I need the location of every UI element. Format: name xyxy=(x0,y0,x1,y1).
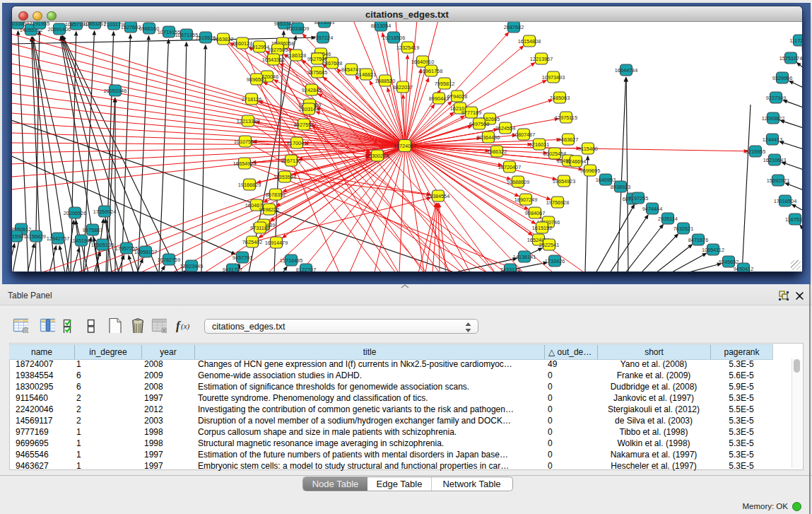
svg-text:16154808: 16154808 xyxy=(518,38,541,45)
svg-text:9197255: 9197255 xyxy=(628,195,648,201)
svg-text:16644784: 16644784 xyxy=(615,67,637,74)
svg-text:7663822: 7663822 xyxy=(213,36,233,42)
svg-text:15751074: 15751074 xyxy=(779,55,802,62)
svg-text:16914479: 16914479 xyxy=(265,240,288,246)
svg-text:10671355: 10671355 xyxy=(175,32,198,38)
svg-text:16543362: 16543362 xyxy=(262,57,285,63)
svg-text:1156829: 1156829 xyxy=(26,233,46,240)
svg-text:20364436: 20364436 xyxy=(477,134,500,141)
svg-text:7357224: 7357224 xyxy=(313,35,333,41)
svg-text:9329966: 9329966 xyxy=(772,75,792,81)
svg-text:9463627: 9463627 xyxy=(558,136,578,143)
svg-text:2935114: 2935114 xyxy=(658,216,678,222)
svg-text:7433125: 7433125 xyxy=(500,267,520,271)
svg-text:10853267: 10853267 xyxy=(83,22,106,27)
svg-text:12325419: 12325419 xyxy=(396,45,419,51)
svg-text:1733426: 1733426 xyxy=(545,258,565,264)
svg-text:9246694: 9246694 xyxy=(566,158,586,165)
svg-text:3915901: 3915901 xyxy=(12,233,26,240)
svg-text:9699695: 9699695 xyxy=(580,168,600,174)
svg-text:1527602: 1527602 xyxy=(121,24,141,30)
svg-text:12942757: 12942757 xyxy=(47,235,69,242)
svg-text:16640910: 16640910 xyxy=(411,59,434,65)
svg-text:19218506: 19218506 xyxy=(382,35,405,41)
svg-text:6216031: 6216031 xyxy=(529,141,549,148)
svg-text:1167533: 1167533 xyxy=(785,216,802,223)
svg-text:25300275: 25300275 xyxy=(366,153,389,159)
svg-text:7191955: 7191955 xyxy=(30,22,49,27)
svg-text:12975115: 12975115 xyxy=(555,115,577,121)
svg-text:9084067: 9084067 xyxy=(525,210,545,216)
svg-text:2718126: 2718126 xyxy=(242,96,261,103)
svg-text:10107552: 10107552 xyxy=(234,139,257,145)
svg-text:10807487: 10807487 xyxy=(512,132,535,138)
svg-text:9146821: 9146821 xyxy=(356,71,376,78)
svg-text:12213967: 12213967 xyxy=(530,56,553,62)
svg-text:2867608: 2867608 xyxy=(322,60,342,66)
svg-text:19756928: 19756928 xyxy=(546,199,569,206)
svg-text:8122707: 8122707 xyxy=(296,267,316,271)
svg-text:15716485: 15716485 xyxy=(280,257,302,264)
svg-text:2087682: 2087682 xyxy=(504,24,524,30)
svg-text:12093822: 12093822 xyxy=(762,115,784,122)
svg-text:9431707: 9431707 xyxy=(223,267,242,271)
svg-text:9457791: 9457791 xyxy=(233,255,252,261)
svg-text:7986322: 7986322 xyxy=(487,148,507,155)
svg-text:3624554: 3624554 xyxy=(495,125,515,132)
svg-text:1615152: 1615152 xyxy=(532,225,552,231)
svg-text:1117205: 1117205 xyxy=(789,37,802,44)
svg-text:8215955: 8215955 xyxy=(746,148,765,155)
svg-text:9474444: 9474444 xyxy=(642,206,662,212)
svg-text:19384554: 19384554 xyxy=(427,193,449,199)
svg-text:8170041: 8170041 xyxy=(287,140,307,146)
svg-text:1640953: 1640953 xyxy=(596,177,616,183)
svg-text:18907249: 18907249 xyxy=(514,197,537,203)
svg-text:15720407: 15720407 xyxy=(498,164,521,170)
svg-text:16210643: 16210643 xyxy=(763,157,786,163)
svg-text:9450412: 9450412 xyxy=(734,266,753,271)
svg-text:8267130: 8267130 xyxy=(281,158,301,164)
svg-text:10958107: 10958107 xyxy=(134,249,157,255)
svg-text:3875685: 3875685 xyxy=(307,69,327,76)
svg-text:9896501: 9896501 xyxy=(247,76,266,83)
svg-text:6966160: 6966160 xyxy=(139,25,159,32)
svg-text:9777169: 9777169 xyxy=(461,110,481,116)
svg-text:10654112: 10654112 xyxy=(702,247,724,253)
svg-text:2522541: 2522541 xyxy=(539,242,559,248)
svg-text:6794028: 6794028 xyxy=(447,93,467,100)
svg-text:9115460: 9115460 xyxy=(578,146,598,152)
svg-text:9498222: 9498222 xyxy=(259,206,279,213)
svg-text:12505135: 12505135 xyxy=(91,242,114,248)
svg-text:17016504: 17016504 xyxy=(774,198,796,204)
svg-text:16033809: 16033809 xyxy=(286,25,309,32)
svg-text:17359924: 17359924 xyxy=(93,209,116,215)
svg-text:18724007: 18724007 xyxy=(394,143,416,149)
svg-text:16961758: 16961758 xyxy=(420,68,442,74)
svg-text:29053346: 29053346 xyxy=(104,88,126,94)
svg-text:19654923: 19654923 xyxy=(553,178,575,185)
svg-text:7485063: 7485063 xyxy=(550,95,570,101)
svg-text:8822037: 8822037 xyxy=(393,84,413,90)
svg-text:16654925: 16654925 xyxy=(233,160,256,167)
svg-text:2803144: 2803144 xyxy=(299,106,319,112)
svg-text:11353594: 11353594 xyxy=(273,174,296,180)
svg-text:12923445: 12923445 xyxy=(180,263,203,269)
svg-text:8813053: 8813053 xyxy=(314,22,334,25)
svg-text:8186328: 8186328 xyxy=(286,52,306,59)
svg-text:14136141: 14136141 xyxy=(513,254,536,260)
svg-text:8678352: 8678352 xyxy=(266,192,286,198)
svg-text:8912954: 8912954 xyxy=(249,44,269,50)
svg-text:9227349: 9227349 xyxy=(766,95,786,101)
svg-text:15692971: 15692971 xyxy=(767,177,789,184)
svg-text:1588520: 1588520 xyxy=(375,78,395,84)
svg-text:8471676: 8471676 xyxy=(688,237,708,243)
svg-text:10688609: 10688609 xyxy=(507,179,529,185)
svg-text:7632621: 7632621 xyxy=(673,226,693,232)
svg-text:16782759: 16782759 xyxy=(158,257,180,263)
svg-text:19166829: 19166829 xyxy=(238,182,261,188)
svg-text:8427552: 8427552 xyxy=(294,122,314,128)
svg-text:7625402: 7625402 xyxy=(242,239,262,245)
svg-text:20206526: 20206526 xyxy=(64,210,86,216)
svg-text:12213389: 12213389 xyxy=(237,118,259,124)
svg-text:9245652: 9245652 xyxy=(719,259,739,265)
